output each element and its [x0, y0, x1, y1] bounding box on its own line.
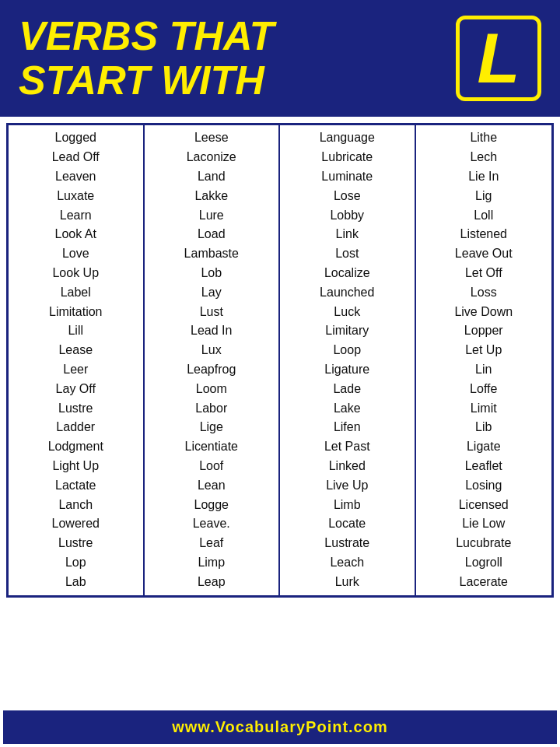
list-item: Lactate	[9, 476, 143, 496]
list-item: Let Off	[416, 264, 552, 283]
column-1: LoggedLead OffLeavenLuxateLearnLook AtLo…	[9, 125, 145, 594]
list-item: Lanch	[9, 496, 143, 515]
list-item: Limitary	[280, 321, 415, 341]
list-item: Loof	[145, 457, 279, 476]
header-title: VERBS THAT START WITH	[19, 14, 274, 103]
list-item: Learn	[9, 206, 143, 226]
list-item: Logroll	[416, 553, 552, 573]
list-item: Lay	[145, 283, 279, 303]
column-3: LanguageLubricateLuminateLoseLobbyLinkLo…	[280, 125, 416, 594]
list-item: Live Down	[416, 303, 552, 322]
list-item: Lust	[145, 303, 279, 322]
list-item: Link	[280, 225, 415, 244]
list-item: Let Past	[280, 437, 415, 457]
list-item: Lill	[9, 321, 143, 341]
list-item: Lean	[145, 476, 279, 496]
list-item: Leaf	[145, 534, 279, 553]
list-item: Load	[145, 225, 279, 244]
list-item: Labor	[145, 399, 279, 419]
list-item: Leap	[145, 573, 279, 592]
list-item: Loffe	[416, 380, 552, 399]
list-item: Lacerate	[416, 573, 552, 592]
list-item: Lead In	[145, 321, 279, 341]
list-item: Linked	[280, 457, 415, 476]
footer-url: www.VocabularyPoint.com	[172, 718, 388, 735]
list-item: Love	[9, 244, 143, 264]
list-item: Label	[9, 283, 143, 303]
list-item: Leaflet	[416, 457, 552, 476]
main-area: LoggedLead OffLeavenLuxateLearnLook AtLo…	[0, 117, 560, 707]
list-item: Laconize	[145, 148, 279, 167]
list-item: Look Up	[9, 264, 143, 283]
list-item: Launched	[280, 283, 415, 303]
list-item: Lubricate	[280, 148, 415, 167]
list-item: Limit	[416, 399, 552, 419]
list-item: Lure	[145, 206, 279, 226]
list-item: Lead Off	[9, 148, 143, 167]
list-item: Lie Low	[416, 514, 552, 534]
list-item: Lucubrate	[416, 534, 552, 553]
list-item: Let Up	[416, 341, 552, 360]
list-item: Lost	[280, 244, 415, 264]
list-item: Lig	[416, 187, 552, 206]
list-item: Loss	[416, 283, 552, 303]
list-item: Live Up	[280, 476, 415, 496]
list-item: Leave.	[145, 514, 279, 534]
list-item: Limb	[280, 496, 415, 515]
column-2: LeeseLaconizeLandLakkeLureLoadLambasteLo…	[145, 125, 281, 594]
footer: www.VocabularyPoint.com	[3, 710, 557, 744]
list-item: Lie In	[416, 167, 552, 187]
list-item: Ladder	[9, 418, 143, 437]
list-item: Leese	[145, 128, 279, 148]
list-item: Lease	[9, 341, 143, 360]
list-item: Light Up	[9, 457, 143, 476]
list-item: Loll	[416, 206, 552, 226]
list-item: Limp	[145, 553, 279, 573]
list-item: Leaven	[9, 167, 143, 187]
list-item: Lurk	[280, 573, 415, 592]
list-item: Lustre	[9, 399, 143, 419]
list-item: Lech	[416, 148, 552, 167]
list-item: Locate	[280, 514, 415, 534]
header: VERBS THAT START WITH L	[0, 0, 560, 117]
list-item: Leer	[9, 360, 143, 380]
list-item: Ligate	[416, 437, 552, 457]
list-item: Leapfrog	[145, 360, 279, 380]
list-item: Lustrate	[280, 534, 415, 553]
list-item: Lux	[145, 341, 279, 360]
list-item: Localize	[280, 264, 415, 283]
list-item: Lin	[416, 360, 552, 380]
list-item: Lifen	[280, 418, 415, 437]
list-item: Land	[145, 167, 279, 187]
list-item: Lade	[280, 380, 415, 399]
list-item: Licentiate	[145, 437, 279, 457]
header-letter: L	[478, 19, 520, 99]
list-item: Logge	[145, 496, 279, 515]
list-item: Lige	[145, 418, 279, 437]
list-item: Lobby	[280, 206, 415, 226]
list-item: Luminate	[280, 167, 415, 187]
list-item: Lambaste	[145, 244, 279, 264]
list-item: Losing	[416, 476, 552, 496]
list-item: Limitation	[9, 303, 143, 322]
column-4: LitheLechLie InLigLollListenedLeave OutL…	[416, 125, 552, 594]
header-title-line2: START WITH	[19, 58, 264, 103]
list-item: Lowered	[9, 514, 143, 534]
list-item: Luxate	[9, 187, 143, 206]
list-item: Lob	[145, 264, 279, 283]
list-item: Loop	[280, 341, 415, 360]
list-item: Lopper	[416, 321, 552, 341]
list-item: Licensed	[416, 496, 552, 515]
list-item: Leach	[280, 553, 415, 573]
list-item: Lakke	[145, 187, 279, 206]
list-item: Lib	[416, 418, 552, 437]
list-item: Look At	[9, 225, 143, 244]
list-item: Listened	[416, 225, 552, 244]
list-item: Loom	[145, 380, 279, 399]
header-letter-box: L	[456, 16, 541, 101]
list-item: Lop	[9, 553, 143, 573]
list-item: Leave Out	[416, 244, 552, 264]
list-item: Lay Off	[9, 380, 143, 399]
list-item: Lab	[9, 573, 143, 592]
list-item: Ligature	[280, 360, 415, 380]
